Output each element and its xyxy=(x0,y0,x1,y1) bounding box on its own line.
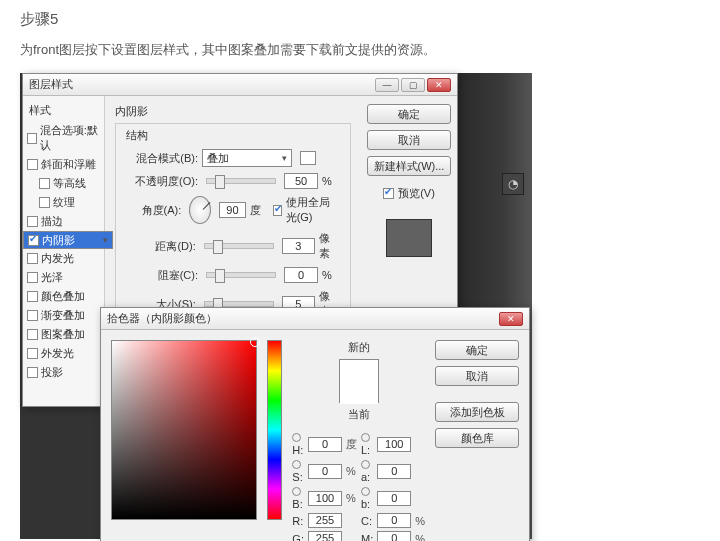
angle-input[interactable]: 90 xyxy=(219,202,246,218)
a-radio[interactable] xyxy=(361,460,370,469)
sidebar-checkbox[interactable] xyxy=(28,235,39,246)
ok-button[interactable]: 确定 xyxy=(367,104,451,124)
b-radio[interactable] xyxy=(292,487,301,496)
color-field[interactable] xyxy=(111,340,257,520)
color-marker-icon xyxy=(250,337,260,347)
hue-slider[interactable] xyxy=(267,340,282,520)
blend-mode-select[interactable]: 叠加 xyxy=(202,149,292,167)
angle-dial[interactable] xyxy=(189,196,211,224)
preview-checkbox[interactable] xyxy=(383,188,394,199)
sidebar-item-label: 渐变叠加 xyxy=(41,308,85,323)
l-input[interactable]: 100 xyxy=(377,437,411,452)
bb-input[interactable]: 0 xyxy=(377,491,411,506)
cp-ok-button[interactable]: 确定 xyxy=(435,340,519,360)
sidebar-item-label: 描边 xyxy=(41,214,63,229)
sidebar-item-9[interactable]: 渐变叠加 xyxy=(23,306,104,325)
opacity-label: 不透明度(O): xyxy=(126,174,198,189)
opacity-input[interactable]: 50 xyxy=(284,173,318,189)
sidebar-item-6[interactable]: 内发光 xyxy=(23,249,104,268)
sidebar-item-12[interactable]: 投影 xyxy=(23,363,104,382)
layer-style-titlebar[interactable]: 图层样式 — ▢ ✕ xyxy=(23,74,457,96)
color-libs-button[interactable]: 颜色库 xyxy=(435,428,519,448)
preview-label: 预览(V) xyxy=(398,186,435,201)
sidebar-item-11[interactable]: 外发光 xyxy=(23,344,104,363)
s-unit: % xyxy=(346,465,357,477)
l-radio[interactable] xyxy=(361,433,370,442)
eyedropper-tool-icon[interactable]: ◔ xyxy=(502,173,524,195)
sidebar-item-label: 图案叠加 xyxy=(41,327,85,342)
sidebar-item-1[interactable]: 斜面和浮雕 xyxy=(23,155,104,174)
sidebar-item-label: 内阴影 xyxy=(42,233,75,248)
shadow-color-swatch[interactable] xyxy=(300,151,316,165)
sidebar-checkbox[interactable] xyxy=(27,216,38,227)
sidebar-checkbox[interactable] xyxy=(39,178,50,189)
c-input[interactable]: 0 xyxy=(377,513,411,528)
h-radio[interactable] xyxy=(292,433,301,442)
global-light-checkbox[interactable] xyxy=(273,205,282,216)
minimize-icon[interactable]: — xyxy=(375,78,399,92)
sidebar-item-label: 投影 xyxy=(41,365,63,380)
sidebar-checkbox[interactable] xyxy=(27,159,38,170)
sidebar-item-3[interactable]: 纹理 xyxy=(23,193,104,212)
s-radio[interactable] xyxy=(292,460,301,469)
blend-mode-label: 混合模式(B): xyxy=(126,151,198,166)
h-unit: 度 xyxy=(346,437,357,452)
angle-label: 角度(A): xyxy=(126,203,181,218)
sidebar-item-5[interactable]: 内阴影 xyxy=(23,231,113,249)
sidebar-item-10[interactable]: 图案叠加 xyxy=(23,325,104,344)
new-style-button[interactable]: 新建样式(W)... xyxy=(367,156,451,176)
sidebar-item-label: 外发光 xyxy=(41,346,74,361)
sidebar-checkbox[interactable] xyxy=(27,272,38,283)
sidebar-item-2[interactable]: 等高线 xyxy=(23,174,104,193)
color-picker-titlebar[interactable]: 拾色器（内阴影颜色） ✕ xyxy=(101,308,529,330)
g-input[interactable]: 255 xyxy=(308,531,342,541)
global-light-label: 使用全局光(G) xyxy=(286,195,340,225)
choke-slider[interactable] xyxy=(206,272,276,278)
sidebar-item-label: 混合选项:默认 xyxy=(40,123,100,153)
b-input[interactable]: 100 xyxy=(308,491,342,506)
choke-input[interactable]: 0 xyxy=(284,267,318,283)
bb-radio[interactable] xyxy=(361,487,370,496)
sidebar-checkbox[interactable] xyxy=(27,133,37,144)
sidebar-checkbox[interactable] xyxy=(27,253,38,264)
m-unit: % xyxy=(415,533,425,542)
distance-input[interactable]: 3 xyxy=(282,238,315,254)
sidebar-item-label: 斜面和浮雕 xyxy=(41,157,96,172)
close-icon[interactable]: ✕ xyxy=(499,312,523,326)
sidebar-checkbox[interactable] xyxy=(27,291,38,302)
choke-label: 阻塞(C): xyxy=(126,268,198,283)
s-input[interactable]: 0 xyxy=(308,464,342,479)
close-icon[interactable]: ✕ xyxy=(427,78,451,92)
maximize-icon[interactable]: ▢ xyxy=(401,78,425,92)
sidebar-checkbox[interactable] xyxy=(27,310,38,321)
sidebar-checkbox[interactable] xyxy=(27,367,38,378)
cp-cancel-button[interactable]: 取消 xyxy=(435,366,519,386)
cancel-button[interactable]: 取消 xyxy=(367,130,451,150)
sidebar-item-0[interactable]: 混合选项:默认 xyxy=(23,121,104,155)
r-input[interactable]: 255 xyxy=(308,513,342,528)
a-input[interactable]: 0 xyxy=(377,464,411,479)
h-input[interactable]: 0 xyxy=(308,437,342,452)
sidebar-item-4[interactable]: 描边 xyxy=(23,212,104,231)
color-compare-swatch xyxy=(339,359,379,403)
step-desc: 为front图层按下设置图层样式，其中图案叠加需要下载前文提供的资源。 xyxy=(20,41,700,59)
m-input[interactable]: 0 xyxy=(377,531,411,541)
sidebar-checkbox[interactable] xyxy=(27,348,38,359)
color-picker-title: 拾色器（内阴影颜色） xyxy=(107,311,217,326)
sidebar-item-7[interactable]: 光泽 xyxy=(23,268,104,287)
opacity-slider[interactable] xyxy=(206,178,276,184)
add-swatch-button[interactable]: 添加到色板 xyxy=(435,402,519,422)
sidebar-checkbox[interactable] xyxy=(39,197,50,208)
sidebar-item-8[interactable]: 颜色叠加 xyxy=(23,287,104,306)
layer-style-title: 图层样式 xyxy=(29,77,73,92)
opacity-unit: % xyxy=(322,175,332,187)
sidebar-item-label: 纹理 xyxy=(53,195,75,210)
current-color-label: 当前 xyxy=(348,407,370,422)
b-unit: % xyxy=(346,492,357,504)
panel-title: 内阴影 xyxy=(115,104,351,119)
color-preview-column: 新的 当前 H:0度 L:100 S:0% a:0 B:100% b:0 R:2… xyxy=(292,340,425,541)
sidebar-item-label: 光泽 xyxy=(41,270,63,285)
distance-slider[interactable] xyxy=(204,243,274,249)
preview-swatch xyxy=(386,219,432,257)
sidebar-checkbox[interactable] xyxy=(27,329,38,340)
